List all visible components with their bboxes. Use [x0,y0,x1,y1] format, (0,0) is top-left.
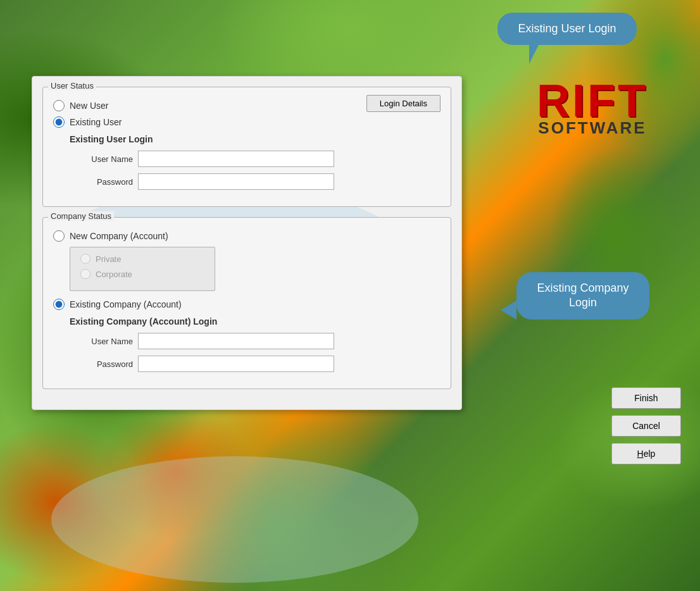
user-status-section: User Status Login Details New User Exist… [42,87,451,207]
bubble-user-login: Existing User Login [497,13,637,45]
existing-user-login-title: Existing User Login [70,134,441,144]
existing-company-radio[interactable] [53,299,65,310]
existing-user-radio-group[interactable]: Existing User [53,116,441,128]
corporate-label: Corporate [96,270,132,279]
private-radio-group: Private [80,254,204,264]
user-username-input[interactable] [138,151,334,167]
action-buttons: Finish Cancel Help [611,387,681,464]
company-status-title: Company Status [48,211,114,221]
company-status-content: New Company (Account) Private Corporate … [53,230,441,372]
company-username-label: User Name [70,337,133,346]
existing-company-label: Existing Company (Account) [70,299,182,309]
login-details-button[interactable]: Login Details [366,95,441,112]
logo-container: RIFT SOFTWARE [537,78,648,138]
logo-software: SOFTWARE [538,118,646,138]
new-user-label: New User [70,101,108,111]
new-company-radio-group[interactable]: New Company (Account) [53,230,441,242]
company-password-row: Password [70,356,441,372]
finish-button[interactable]: Finish [611,387,681,409]
logo-rift: RIFT [537,78,648,123]
private-label: Private [96,254,121,264]
user-password-label: Password [70,177,133,187]
corporate-radio-group: Corporate [80,269,204,279]
logo-area: RIFT SOFTWARE [504,76,681,139]
main-dialog: User Status Login Details New User Exist… [32,76,462,410]
new-company-radio[interactable] [53,230,65,242]
existing-company-login-title: Existing Company (Account) Login [70,316,441,327]
company-username-input[interactable] [138,333,334,349]
private-radio [80,254,91,264]
company-password-label: Password [70,359,133,369]
existing-user-label: Existing User [70,117,122,127]
company-status-section: Company Status New Company (Account) Pri… [42,217,451,389]
new-user-radio[interactable] [53,100,65,111]
company-password-input[interactable] [138,356,334,372]
help-rest: elp [644,449,656,459]
corporate-radio [80,269,91,279]
existing-company-login-subsection: Existing Company (Account) Login User Na… [70,316,441,372]
company-username-row: User Name [70,333,441,349]
existing-user-radio[interactable] [53,116,65,128]
company-type-panel: Private Corporate [70,247,215,291]
user-password-row: Password [70,173,441,190]
help-underline-h: H [637,449,644,459]
user-username-row: User Name [70,151,441,167]
bubble-company-login: Existing Company Login [516,272,649,320]
user-status-content: New User Existing User Existing User Log… [53,100,441,190]
existing-company-radio-group[interactable]: Existing Company (Account) [53,299,441,310]
existing-user-login-subsection: Existing User Login User Name Password [70,134,441,190]
cancel-button[interactable]: Cancel [611,415,681,437]
help-button[interactable]: Help [611,443,681,464]
user-password-input[interactable] [138,173,334,190]
user-status-title: User Status [48,81,96,90]
new-company-label: New Company (Account) [70,231,168,241]
user-username-label: User Name [70,154,133,164]
